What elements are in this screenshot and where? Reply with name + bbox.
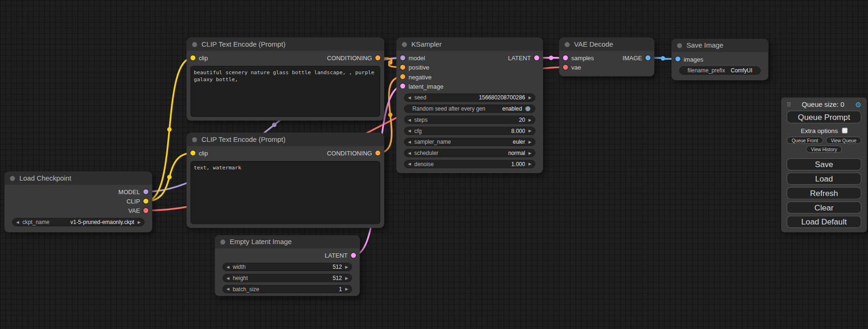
conditioning-input-dot[interactable] bbox=[400, 65, 405, 70]
node-title-bar[interactable]: Load Checkpoint bbox=[4, 172, 152, 185]
input-slot-model[interactable]: model bbox=[400, 55, 425, 61]
refresh-button[interactable]: Refresh bbox=[787, 187, 861, 199]
widget-steps[interactable]: ◀ steps 20 ▶ bbox=[404, 116, 535, 124]
decrement-arrow-icon[interactable]: ◀ bbox=[408, 129, 411, 133]
widget-scheduler[interactable]: ◀ scheduler normal ▶ bbox=[404, 149, 535, 157]
increment-arrow-icon[interactable]: ▶ bbox=[345, 287, 348, 291]
comfy-menu-panel[interactable]: ⠿ Queue size: 0 ⚙ Queue Prompt Extra opt… bbox=[781, 98, 867, 232]
node-title-bar[interactable]: VAE Decode bbox=[559, 38, 654, 51]
input-slot-samples[interactable]: samples bbox=[563, 55, 594, 61]
output-slot-conditioning[interactable]: CONDITIONING bbox=[327, 150, 380, 156]
collapse-dot-icon[interactable] bbox=[677, 43, 682, 48]
node-graph-canvas[interactable]: Load Checkpoint MODEL CLIP VAE bbox=[0, 0, 868, 329]
node-title-bar[interactable]: KSampler bbox=[396, 38, 543, 51]
decrement-arrow-icon[interactable]: ◀ bbox=[408, 140, 411, 144]
conditioning-output-dot[interactable] bbox=[375, 56, 381, 61]
collapse-dot-icon[interactable] bbox=[402, 42, 407, 47]
node-title-bar[interactable]: Empty Latent Image bbox=[215, 235, 360, 248]
widget-height[interactable]: ◀ height 512 ▶ bbox=[223, 274, 352, 282]
widget-random-seed-toggle[interactable]: Random seed after every gen enabled bbox=[404, 105, 535, 113]
clear-button[interactable]: Clear bbox=[787, 202, 861, 214]
load-default-button[interactable]: Load Default bbox=[787, 216, 861, 228]
input-slot-negative[interactable]: negative bbox=[400, 73, 431, 80]
vae-input-dot[interactable] bbox=[563, 65, 568, 70]
widget-width[interactable]: ◀ width 512 ▶ bbox=[223, 263, 352, 271]
drag-handle-icon[interactable]: ⠿ bbox=[787, 101, 791, 108]
collapse-dot-icon[interactable] bbox=[10, 175, 15, 181]
node-empty-latent-image[interactable]: Empty Latent Image LATENT ◀ width 512 ▶ … bbox=[215, 235, 360, 296]
input-slot-clip[interactable]: clip bbox=[191, 150, 208, 156]
node-ksampler[interactable]: KSampler model LATENT positive bbox=[396, 38, 543, 173]
view-queue-button[interactable]: View Queue bbox=[826, 137, 861, 144]
node-clip-text-encode-positive[interactable]: CLIP Text Encode (Prompt) clip CONDITION… bbox=[187, 38, 384, 121]
input-slot-images[interactable]: images bbox=[675, 56, 703, 62]
clip-output-dot[interactable] bbox=[143, 199, 148, 204]
latent-input-dot[interactable] bbox=[563, 56, 568, 61]
increment-arrow-icon[interactable]: ▶ bbox=[529, 129, 531, 133]
decrement-arrow-icon[interactable]: ◀ bbox=[226, 276, 229, 280]
conditioning-input-dot[interactable] bbox=[400, 74, 405, 79]
node-title-bar[interactable]: CLIP Text Encode (Prompt) bbox=[187, 133, 384, 146]
decrement-arrow-icon[interactable]: ◀ bbox=[226, 287, 229, 291]
node-clip-text-encode-negative[interactable]: CLIP Text Encode (Prompt) clip CONDITION… bbox=[187, 133, 384, 228]
latent-input-dot[interactable] bbox=[400, 84, 405, 89]
node-load-checkpoint[interactable]: Load Checkpoint MODEL CLIP VAE bbox=[4, 172, 152, 232]
widget-cfg[interactable]: ◀ cfg 8.000 ▶ bbox=[404, 127, 535, 135]
toggle-knob-icon[interactable] bbox=[525, 106, 530, 112]
conditioning-output-dot[interactable] bbox=[375, 150, 381, 155]
node-vae-decode[interactable]: VAE Decode samples IMAGE vae bbox=[559, 38, 654, 77]
decrement-arrow-icon[interactable]: ◀ bbox=[226, 265, 229, 269]
increment-arrow-icon[interactable]: ▶ bbox=[529, 162, 531, 166]
decrement-arrow-icon[interactable]: ◀ bbox=[408, 162, 411, 166]
input-slot-vae[interactable]: vae bbox=[563, 64, 581, 70]
collapse-dot-icon[interactable] bbox=[192, 42, 197, 47]
collapse-dot-icon[interactable] bbox=[565, 42, 570, 47]
increment-arrow-icon[interactable]: ▶ bbox=[345, 265, 348, 269]
output-slot-image[interactable]: IMAGE bbox=[622, 55, 650, 61]
collapse-dot-icon[interactable] bbox=[220, 239, 226, 245]
decrement-arrow-icon[interactable]: ◀ bbox=[408, 118, 411, 122]
extra-options-checkbox[interactable] bbox=[842, 128, 847, 133]
output-slot-latent[interactable]: LATENT bbox=[508, 55, 539, 61]
increment-arrow-icon[interactable]: ▶ bbox=[529, 96, 531, 99]
decrement-arrow-icon[interactable]: ◀ bbox=[408, 96, 411, 99]
increment-arrow-icon[interactable]: ▶ bbox=[529, 151, 531, 155]
model-input-dot[interactable] bbox=[400, 56, 405, 61]
vae-output-dot[interactable] bbox=[143, 208, 148, 213]
output-slot-latent[interactable]: LATENT bbox=[325, 252, 356, 259]
prompt-textarea[interactable]: beautiful scenery nature glass bottle la… bbox=[191, 66, 381, 117]
output-slot-clip[interactable]: CLIP bbox=[127, 198, 148, 204]
output-slot-vae[interactable]: VAE bbox=[128, 207, 148, 214]
increment-arrow-icon[interactable]: ▶ bbox=[138, 220, 141, 224]
input-slot-clip[interactable]: clip bbox=[191, 55, 208, 61]
decrement-arrow-icon[interactable]: ◀ bbox=[408, 151, 411, 155]
widget-ckpt-name[interactable]: ◀ ckpt_name v1-5-pruned-emaonly.ckpt ▶ bbox=[12, 218, 144, 226]
view-history-button[interactable]: View History bbox=[806, 146, 842, 153]
widget-sampler-name[interactable]: ◀ sampler_name euler ▶ bbox=[404, 138, 535, 146]
model-output-dot[interactable] bbox=[143, 189, 148, 194]
widget-filename-prefix[interactable]: filename_prefix ComfyUI bbox=[679, 66, 761, 75]
latent-output-dot[interactable] bbox=[534, 56, 539, 61]
prompt-textarea[interactable]: text, watermark bbox=[191, 161, 381, 224]
node-title-bar[interactable]: Save Image bbox=[671, 39, 768, 52]
queue-prompt-button[interactable]: Queue Prompt bbox=[787, 111, 861, 123]
save-button[interactable]: Save bbox=[787, 158, 861, 170]
collapse-dot-icon[interactable] bbox=[192, 137, 197, 142]
node-title-bar[interactable]: CLIP Text Encode (Prompt) bbox=[187, 38, 384, 51]
load-button[interactable]: Load bbox=[787, 173, 861, 185]
widget-denoise[interactable]: ◀ denoise 1.000 ▶ bbox=[404, 160, 535, 168]
clip-input-dot[interactable] bbox=[191, 56, 196, 61]
increment-arrow-icon[interactable]: ▶ bbox=[529, 140, 531, 144]
increment-arrow-icon[interactable]: ▶ bbox=[345, 276, 348, 280]
widget-seed[interactable]: ◀ seed 156680208700286 ▶ bbox=[404, 93, 535, 102]
increment-arrow-icon[interactable]: ▶ bbox=[529, 118, 531, 122]
output-slot-model[interactable]: MODEL bbox=[119, 189, 148, 195]
queue-front-button[interactable]: Queue Front bbox=[787, 137, 823, 144]
latent-output-dot[interactable] bbox=[351, 253, 356, 258]
decrement-arrow-icon[interactable]: ◀ bbox=[16, 220, 19, 224]
output-slot-conditioning[interactable]: CONDITIONING bbox=[327, 55, 380, 61]
settings-gear-icon[interactable]: ⚙ bbox=[855, 100, 861, 109]
clip-input-dot[interactable] bbox=[191, 150, 196, 155]
node-save-image[interactable]: Save Image images filename_prefix ComfyU… bbox=[671, 39, 768, 80]
input-slot-latent-image[interactable]: latent_image bbox=[400, 83, 443, 89]
